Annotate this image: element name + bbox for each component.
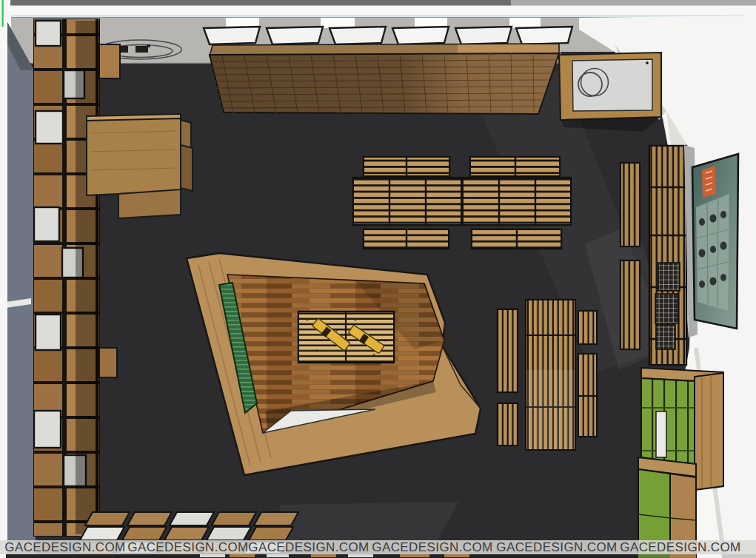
- top-strip-dark: [10, 0, 511, 6]
- wall-poster: [684, 145, 738, 337]
- vertical-bench-group: [498, 300, 597, 450]
- interior-render: GACEDESIGN.COM GACEDESIGN.COM GACEDESIGN…: [0, 0, 756, 558]
- skylight-panel: [392, 27, 449, 44]
- wood-slat-screen: [210, 44, 559, 114]
- left-white-edge: [0, 6, 7, 558]
- bench-cluster-left: [353, 157, 461, 249]
- ac-cabinet: [559, 53, 661, 132]
- watermark-text: GACEDESIGN.COM: [496, 540, 617, 554]
- poster-seal: [702, 166, 716, 198]
- skylight-panel: [455, 27, 512, 44]
- bottom-edge-strip: [6, 554, 756, 558]
- skylight-panel: [204, 27, 260, 44]
- axis-line-green: [2, 0, 4, 27]
- watermark-text: GACEDESIGN.COM: [248, 540, 369, 554]
- top-strip-light: [511, 0, 756, 6]
- shelf-protrusion: [99, 44, 120, 78]
- bench-cluster-right: [463, 157, 571, 249]
- skylight-panel: [267, 27, 323, 44]
- platform-display-table: [298, 312, 394, 363]
- shelf-protrusion: [99, 348, 117, 377]
- skylight-panel: [330, 27, 386, 44]
- skylight-panel: [516, 27, 572, 44]
- left-wall: [6, 22, 36, 558]
- green-shelf-front: [641, 378, 695, 465]
- watermark-text: GACEDESIGN.COM: [127, 540, 248, 554]
- interior-render-stage: GACEDESIGN.COM GACEDESIGN.COM GACEDESIGN…: [0, 0, 756, 558]
- watermark-text: GACEDESIGN.COM: [4, 540, 125, 554]
- watermark-text: GACEDESIGN.COM: [620, 540, 740, 554]
- watermark-text: GACEDESIGN.COM: [372, 540, 492, 554]
- watermark-band: GACEDESIGN.COM GACEDESIGN.COM GACEDESIGN…: [0, 540, 756, 554]
- ceiling-speaker-icon: [136, 46, 148, 53]
- tall-slat-shelf: [649, 146, 686, 365]
